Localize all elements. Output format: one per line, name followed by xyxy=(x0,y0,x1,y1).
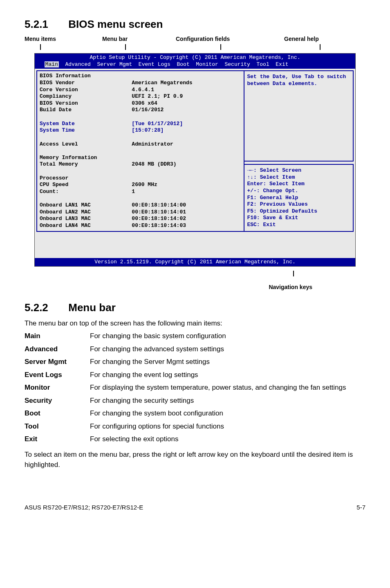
field-meminfo-label: Memory Information xyxy=(40,155,127,162)
field-tmem-value: 2048 MB (DDR3) xyxy=(132,161,241,168)
bios-labels-row: Menu items Menu bar Configuration fields… xyxy=(25,35,365,43)
def-row: AdvancedFor changing the advanced system… xyxy=(25,344,365,355)
def-desc: For changing the Server Mgmt settings xyxy=(90,357,365,367)
field-bversion-value: 0306 x64 xyxy=(132,100,241,107)
field-access-value: Administrator xyxy=(132,141,241,148)
def-term: Boot xyxy=(25,408,90,419)
page-footer: ASUS RS720-E7/RS12; RS720-E7/RS12-E 5-7 xyxy=(25,503,365,512)
def-desc: For changing the advanced system setting… xyxy=(90,344,365,355)
note-text: To select an item on the menu bar, press… xyxy=(25,449,365,470)
bios-right-col: Set the Date, Use Tab to switch between … xyxy=(244,70,354,231)
def-row: SecurityFor changing the security settin… xyxy=(25,395,365,406)
field-tmem-label: Total Memory xyxy=(40,161,127,168)
field-vendor-value: American Megatrends xyxy=(132,80,241,87)
nav-enter: Enter: Select Item xyxy=(247,181,350,188)
def-row: Server MgmtFor changing the Server Mgmt … xyxy=(25,357,365,367)
definitions-table: MainFor changing the basic system config… xyxy=(25,331,365,444)
tick-icon xyxy=(220,44,221,50)
bios-left-col: BIOS Information BIOS Vendor Core Versio… xyxy=(36,70,129,231)
field-mac2-value: 00:E0:18:10:14:01 xyxy=(132,209,241,216)
nav-select-screen: →←: Select Screen xyxy=(247,167,350,174)
section-521-title: BIOS menu screen xyxy=(68,18,163,30)
def-row: ToolFor configuring options for special … xyxy=(25,421,365,432)
def-desc: For changing the event log settings xyxy=(90,370,365,380)
def-row: MonitorFor displaying the system tempera… xyxy=(25,382,365,393)
field-compliancy-value: UEFI 2.1; PI 0.9 xyxy=(132,93,241,100)
nav-f5: F5: Optimized Defaults xyxy=(247,208,350,215)
def-desc: For changing the basic system configurat… xyxy=(90,331,365,341)
field-mac2-label: Onboard LAN2 MAC xyxy=(40,209,127,216)
bios-tab-rest[interactable]: Advanced Server Mgmt Event Logs Boot Mon… xyxy=(65,61,288,67)
nav-esc: ESC: Exit xyxy=(247,222,350,229)
section-521-num: 5.2.1 xyxy=(25,16,65,32)
field-sdate-label[interactable]: System Date xyxy=(40,121,127,128)
field-stime-value[interactable]: [15:07:28] xyxy=(132,127,241,134)
def-desc: For displaying the system temperature, p… xyxy=(90,382,365,393)
field-bdate-value: 01/16/2012 xyxy=(132,107,241,114)
field-mac3-label: Onboard LAN3 MAC xyxy=(40,215,127,222)
section-521-heading: 5.2.1 BIOS menu screen xyxy=(25,16,365,32)
def-term: Event Logs xyxy=(25,370,90,380)
field-count-label: Count: xyxy=(40,189,127,195)
nav-f2: F2: Previous Values xyxy=(247,201,350,208)
field-stime-label[interactable]: System Time xyxy=(40,127,127,134)
def-term: Advanced xyxy=(25,344,90,355)
tick-icon xyxy=(293,271,294,276)
def-row: Event LogsFor changing the event log set… xyxy=(25,370,365,380)
field-mac1-label: Onboard LAN1 MAC xyxy=(40,202,127,209)
def-term: Exit xyxy=(25,434,90,444)
tick-icon xyxy=(40,44,41,50)
footer-right: 5-7 xyxy=(356,503,365,512)
field-cpuspd-label: CPU Speed xyxy=(40,182,127,189)
field-proc-label: Processor xyxy=(40,175,127,182)
bios-info-header: BIOS Information xyxy=(40,73,127,80)
footer-left: ASUS RS720-E7/RS12; RS720-E7/RS12-E xyxy=(25,503,143,512)
field-mac1-value: 00:E0:18:10:14:00 xyxy=(132,202,241,209)
field-vendor-label: BIOS Vendor xyxy=(40,80,127,87)
nav-f1: F1: General Help xyxy=(247,195,350,202)
section-522-title: Menu bar xyxy=(68,301,116,314)
bios-footer-text: Version 2.15.1219. Copyright (C) 2011 Am… xyxy=(38,259,352,266)
def-row: MainFor changing the basic system config… xyxy=(25,331,365,341)
def-row: BootFor changing the system boot configu… xyxy=(25,408,365,419)
def-term: Main xyxy=(25,331,90,341)
def-term: Server Mgmt xyxy=(25,357,90,367)
bios-header-line1: Aptio Setup Utility - Copyright (C) 2011… xyxy=(38,54,352,61)
section-522-heading: 5.2.2 Menu bar xyxy=(25,300,365,316)
field-mac4-value: 00:E0:18:10:14:03 xyxy=(132,222,241,229)
nav-f10: F10: Save & Exit xyxy=(247,215,350,222)
label-general-help: General help xyxy=(284,35,319,43)
menubar-intro: The menu bar on top of the screen has th… xyxy=(25,318,365,329)
bios-help-text: Set the Date, Use Tab to switch between … xyxy=(244,70,354,162)
field-sdate-value[interactable]: [Tue 01/17/2012] xyxy=(132,121,241,128)
nav-change-opt: +/-: Change Opt. xyxy=(247,188,350,195)
def-desc: For changing the system boot configurati… xyxy=(90,408,365,419)
field-compliancy-label: Compliancy xyxy=(40,93,127,100)
def-desc: For configuring options for special func… xyxy=(90,421,365,432)
def-desc: For selecting the exit options xyxy=(90,434,365,444)
field-mac4-label: Onboard LAN4 MAC xyxy=(40,222,127,229)
label-config-fields: Configuration fields xyxy=(176,35,230,43)
section-522-num: 5.2.2 xyxy=(25,300,65,316)
label-menu-bar: Menu bar xyxy=(102,35,128,43)
field-bversion-label: BIOS Version xyxy=(40,100,127,107)
tick-icon xyxy=(320,44,321,50)
bios-blank-area xyxy=(35,233,355,258)
def-row: ExitFor selecting the exit options xyxy=(25,434,365,444)
field-bdate-label: Build Date xyxy=(40,107,127,114)
def-term: Monitor xyxy=(25,382,90,393)
def-term: Tool xyxy=(25,421,90,432)
navigation-keys-label: Navigation keys xyxy=(25,283,365,292)
def-term: Security xyxy=(25,395,90,406)
field-count-value: 1 xyxy=(132,189,241,195)
def-desc: For changing the security settings xyxy=(90,395,365,406)
bios-mid-col: American Megatrends 4.6.4.1 UEFI 2.1; PI… xyxy=(129,70,244,231)
field-core-value: 4.6.4.1 xyxy=(132,87,241,94)
bios-tabs[interactable]: Main Advanced Server Mgmt Event Logs Boo… xyxy=(38,61,352,68)
bios-labels-ticks xyxy=(25,44,365,50)
bios-footer: Version 2.15.1219. Copyright (C) 2011 Am… xyxy=(35,258,355,267)
bios-tab-main[interactable]: Main xyxy=(45,61,59,67)
bios-screen: Aptio Setup Utility - Copyright (C) 2011… xyxy=(34,53,356,267)
label-menu-items: Menu items xyxy=(25,35,56,43)
bios-nav-keys: →←: Select Screen ↑↓: Select Item Enter:… xyxy=(244,164,354,232)
